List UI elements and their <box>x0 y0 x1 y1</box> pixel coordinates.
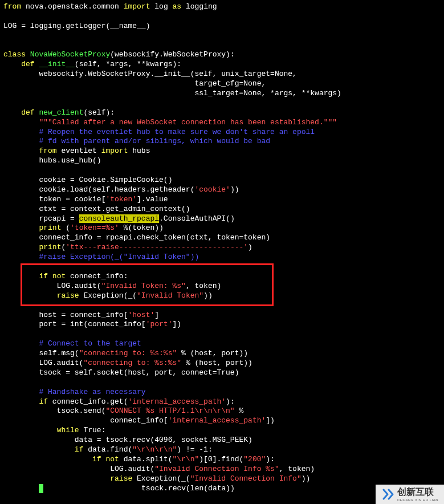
watermark-text-en: CHUANG XIN HU LIAN <box>397 498 438 503</box>
watermark-text-zh: 创新互联 <box>397 486 438 498</box>
cursor-icon <box>39 484 43 494</box>
comment: # Reopen the eventlet hub to make sure w… <box>3 128 315 136</box>
logo-icon <box>381 487 395 501</box>
kw-class: class <box>3 50 26 59</box>
class-name: NovaWebSocketProxy <box>30 50 110 59</box>
watermark: 创新互联 CHUANG XIN HU LIAN <box>376 485 444 504</box>
code-block: from nova.openstack.common import log as… <box>0 0 444 495</box>
kw-from: from <box>3 2 21 11</box>
highlight: consoleauth_rpcapi <box>79 214 159 223</box>
